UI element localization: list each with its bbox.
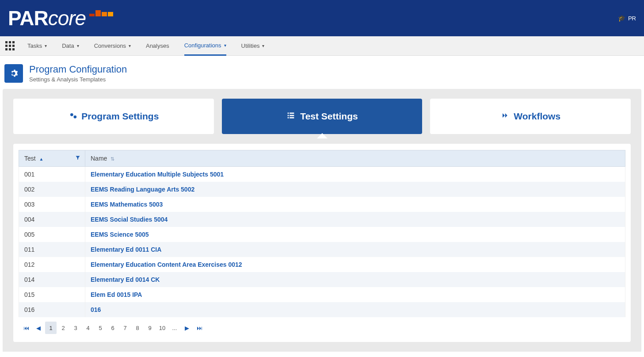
cell-name-link[interactable]: EEMS Mathematics 5003 [85,197,625,212]
chevrons-icon [500,111,509,122]
pager-page-2[interactable]: 2 [57,322,69,334]
table-row: 001Elementary Education Multiple Subject… [19,167,625,182]
menu-label: Conversions [94,42,126,49]
menu-item-utilities[interactable]: Utilities▾ [241,36,265,56]
chevron-down-icon: ▾ [224,43,226,48]
table-row: 016016 [19,302,625,317]
col-header-name[interactable]: Name ⇅ [85,150,625,167]
apps-grid-icon[interactable] [5,41,15,51]
pager-prev[interactable]: ◀ [33,322,44,334]
cell-test: 012 [19,257,85,272]
cell-test: 002 [19,182,85,197]
table-row: 015Elem Ed 0015 IPA [19,287,625,302]
cell-name-link[interactable]: 016 [85,302,625,317]
user-profile-link[interactable]: 🎓 PR [618,15,636,22]
active-tab-arrow-icon [317,133,328,138]
menu-item-configurations[interactable]: Configurations▾ [184,36,226,56]
gear-icon [4,64,23,83]
graduation-cap-icon: 🎓 [618,15,625,22]
chevron-down-icon: ▾ [45,43,47,48]
test-settings-card: Test ▲ Name ⇅ 001Elementary Education Mu… [13,144,631,342]
cell-name-link[interactable]: Elementary Education Multiple Subjects 5… [85,167,625,182]
tab-label: Test Settings [300,111,358,122]
pager-next[interactable]: ▶ [181,322,193,334]
table-row: 005EEMS Science 5005 [19,227,625,242]
cell-test: 014 [19,272,85,287]
cell-test: 003 [19,197,85,212]
pager-page-7[interactable]: 7 [119,322,131,334]
menu-label: Analyses [146,42,169,49]
cell-test: 005 [19,227,85,242]
gears-icon [68,111,77,122]
logo: PAR core [8,6,111,30]
table-row: 003EEMS Mathematics 5003 [19,197,625,212]
logo-core: core [48,6,111,30]
chevron-down-icon: ▾ [129,43,131,48]
menu-item-analyses[interactable]: Analyses [146,36,169,56]
cell-test: 016 [19,302,85,317]
col-header-test[interactable]: Test ▲ [19,150,85,167]
pager-page-1[interactable]: 1 [45,322,57,334]
pager: ⏮◀12345678910...▶⏭ [13,317,631,338]
pager-page-4[interactable]: 4 [82,322,94,334]
tab-program-settings[interactable]: Program Settings [13,99,214,134]
table-row: 012Elementary Education Content Area Exe… [19,257,625,272]
cell-test: 004 [19,212,85,227]
chevron-down-icon: ▾ [77,43,79,48]
menu-label: Utilities [241,42,260,49]
page-title: Program Configuration [29,64,127,75]
tab-strip: Program SettingsTest SettingsWorkflows [13,99,631,134]
pager-page-9[interactable]: 9 [144,322,156,334]
cell-test: 001 [19,167,85,182]
pager-page-8[interactable]: 8 [132,322,143,334]
list-icon [286,111,296,123]
menu-label: Tasks [27,42,42,49]
table-row: 014Elementary Ed 0014 CK [19,272,625,287]
logo-bars-icon [89,10,113,16]
tab-test-settings[interactable]: Test Settings [222,99,423,134]
tests-table: Test ▲ Name ⇅ 001Elementary Education Mu… [19,150,625,317]
pager-page-3[interactable]: 3 [70,322,81,334]
chevron-down-icon: ▾ [262,43,264,48]
cell-name-link[interactable]: EEMS Science 5005 [85,227,625,242]
sort-both-icon: ⇅ [111,156,114,161]
top-banner: PAR core 🎓 PR [0,0,644,36]
page-header: Program Configuration Settings & Analysi… [0,56,644,89]
cell-test: 015 [19,287,85,302]
pager-page-6[interactable]: 6 [107,322,118,334]
table-row: 002EEMS Reading Language Arts 5002 [19,182,625,197]
pager-page-10[interactable]: 10 [156,322,168,334]
cell-name-link[interactable]: Elem Ed 0015 IPA [85,287,625,302]
cell-name-link[interactable]: Elementary Ed 0011 CIA [85,242,625,257]
tab-label: Workflows [514,111,560,122]
menubar: Tasks▾Data▾Conversions▾AnalysesConfigura… [0,36,644,56]
menu-item-conversions[interactable]: Conversions▾ [94,36,131,56]
menu-label: Data [62,42,74,49]
tab-label: Program Settings [81,111,159,122]
filter-icon[interactable] [75,155,80,162]
menu-item-tasks[interactable]: Tasks▾ [27,36,47,56]
pager-page-...[interactable]: ... [169,322,180,334]
cell-name-link[interactable]: Elementary Ed 0014 CK [85,272,625,287]
cell-test: 011 [19,242,85,257]
menu-item-data[interactable]: Data▾ [62,36,79,56]
sort-asc-icon: ▲ [39,157,44,161]
cell-name-link[interactable]: Elementary Education Content Area Exerci… [85,257,625,272]
pager-last[interactable]: ⏭ [194,322,205,334]
logo-par: PAR [8,6,48,30]
cell-name-link[interactable]: EEMS Social Studies 5004 [85,212,625,227]
page-subtitle: Settings & Analysis Templates [29,76,127,83]
cell-name-link[interactable]: EEMS Reading Language Arts 5002 [85,182,625,197]
pager-first[interactable]: ⏮ [20,322,32,334]
pager-page-5[interactable]: 5 [95,322,106,334]
tab-workflows[interactable]: Workflows [430,99,631,134]
table-row: 011Elementary Ed 0011 CIA [19,242,625,257]
table-row: 004EEMS Social Studies 5004 [19,212,625,227]
user-label: PR [628,15,636,22]
config-panel: Program SettingsTest SettingsWorkflows T… [3,89,641,352]
menu-label: Configurations [184,42,221,49]
